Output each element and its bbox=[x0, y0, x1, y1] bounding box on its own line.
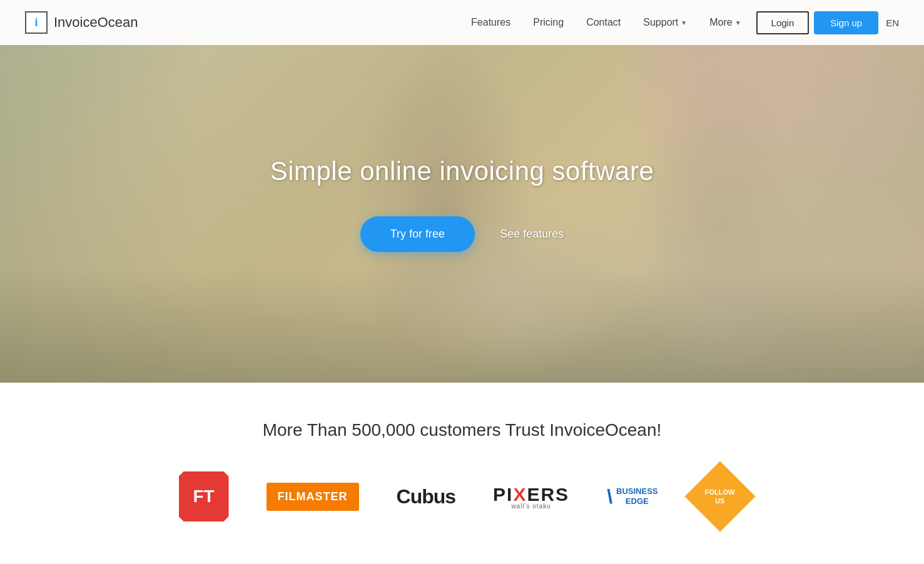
hero-title: Simple online invoicing software bbox=[270, 156, 654, 186]
nav-support[interactable]: Support ▼ bbox=[634, 12, 696, 33]
trust-title: More Than 500,000 customers Trust Invoic… bbox=[25, 420, 899, 440]
nav-more[interactable]: More ▼ bbox=[701, 12, 749, 33]
more-dropdown-arrow: ▼ bbox=[735, 19, 741, 26]
trust-logos: FT FILMASTER Cubus PIXERS wall's otaku \… bbox=[25, 471, 899, 521]
login-button[interactable]: Login bbox=[756, 11, 810, 34]
brand-logo[interactable]: i InvoiceOcean bbox=[25, 11, 138, 34]
cubus-logo: Cubus bbox=[397, 485, 456, 508]
brand-name: InvoiceOcean bbox=[54, 14, 138, 31]
logo-icon: i bbox=[25, 11, 48, 34]
support-dropdown-arrow: ▼ bbox=[681, 19, 687, 26]
nav-features[interactable]: Features bbox=[462, 12, 519, 33]
language-button[interactable]: EN bbox=[886, 18, 899, 28]
hero-section: Simple online invoicing software Try for… bbox=[0, 0, 924, 383]
hero-buttons: Try for free See features bbox=[360, 216, 564, 252]
trust-section: More Than 500,000 customers Trust Invoic… bbox=[0, 383, 924, 553]
filmaster-logo: FILMASTER bbox=[267, 483, 359, 511]
nav-links: Features Pricing Contact Support ▼ More … bbox=[462, 12, 750, 33]
try-free-button[interactable]: Try for free bbox=[360, 216, 475, 252]
signup-button[interactable]: Sign up bbox=[814, 11, 878, 34]
pixers-logo: PIXERS wall's otaku bbox=[493, 484, 569, 510]
nav-pricing[interactable]: Pricing bbox=[524, 12, 572, 33]
navbar: i InvoiceOcean Features Pricing Contact … bbox=[0, 0, 924, 45]
followus-logo-wrapper: FOLLOWUS bbox=[695, 471, 745, 521]
ft-logo: FT bbox=[179, 471, 229, 521]
businessedge-logo: \ BUSINESSEDGE bbox=[607, 485, 657, 508]
nav-contact[interactable]: Contact bbox=[577, 12, 629, 33]
see-features-button[interactable]: See features bbox=[500, 228, 564, 241]
followus-logo: FOLLOWUS bbox=[685, 461, 756, 531]
hero-content: Simple online invoicing software Try for… bbox=[0, 0, 924, 383]
